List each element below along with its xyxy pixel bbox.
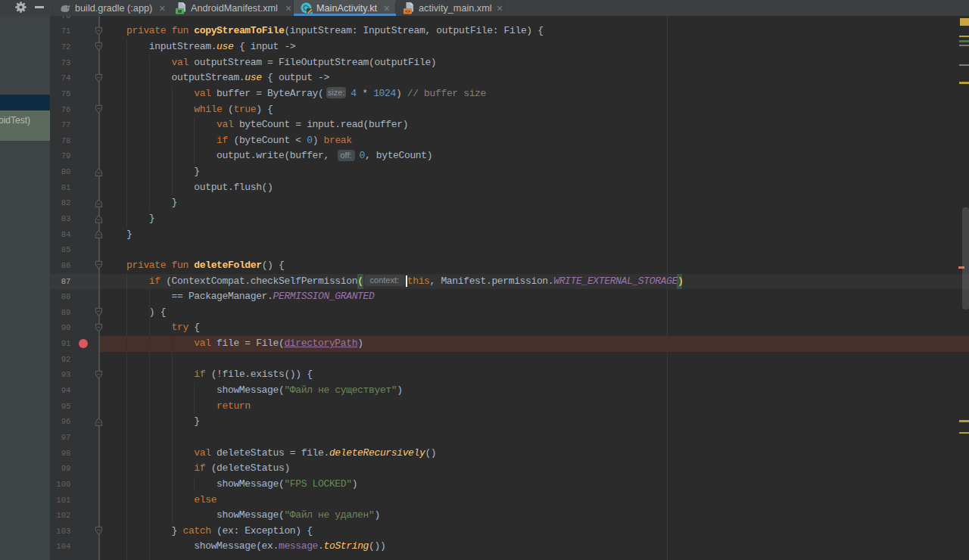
svg-text:<>: <> (405, 9, 411, 14)
svg-text:M: M (178, 9, 182, 14)
